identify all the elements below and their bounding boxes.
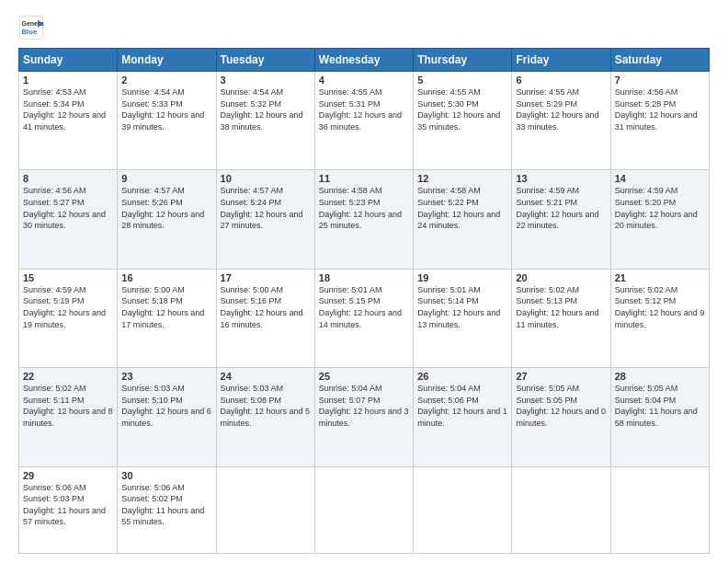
- col-header-saturday: Saturday: [610, 49, 709, 72]
- col-header-wednesday: Wednesday: [314, 49, 413, 72]
- calendar-cell: 30 Sunrise: 5:06 AMSunset: 5:02 PMDaylig…: [118, 466, 216, 554]
- day-number: 7: [615, 75, 705, 86]
- calendar-cell: [610, 466, 709, 554]
- day-number: 26: [417, 371, 507, 382]
- day-number: 2: [121, 75, 211, 86]
- day-number: 4: [319, 75, 409, 86]
- day-number: 23: [121, 371, 211, 382]
- calendar-cell: 17 Sunrise: 5:00 AMSunset: 5:16 PMDaylig…: [216, 269, 314, 367]
- cell-info: Sunrise: 4:59 AMSunset: 5:21 PMDaylight:…: [516, 185, 606, 231]
- calendar-cell: 24 Sunrise: 5:03 AMSunset: 5:08 PMDaylig…: [216, 368, 314, 466]
- cell-info: Sunrise: 4:57 AMSunset: 5:24 PMDaylight:…: [221, 185, 311, 231]
- day-number: 27: [516, 371, 606, 382]
- cell-info: Sunrise: 5:04 AMSunset: 5:07 PMDaylight:…: [319, 383, 409, 429]
- cell-info: Sunrise: 5:02 AMSunset: 5:11 PMDaylight:…: [23, 383, 113, 429]
- logo: General Blue: [18, 15, 44, 40]
- cell-info: Sunrise: 5:00 AMSunset: 5:18 PMDaylight:…: [121, 284, 211, 330]
- day-number: 21: [615, 272, 705, 283]
- day-number: 12: [417, 173, 507, 184]
- calendar-cell: 7 Sunrise: 4:56 AMSunset: 5:28 PMDayligh…: [610, 72, 709, 170]
- cell-info: Sunrise: 4:54 AMSunset: 5:32 PMDaylight:…: [221, 86, 311, 132]
- calendar-cell: 16 Sunrise: 5:00 AMSunset: 5:18 PMDaylig…: [118, 269, 216, 367]
- cell-info: Sunrise: 5:05 AMSunset: 5:04 PMDaylight:…: [615, 383, 705, 429]
- day-number: 29: [23, 470, 113, 481]
- calendar-cell: [216, 466, 314, 554]
- calendar-cell: 20 Sunrise: 5:02 AMSunset: 5:13 PMDaylig…: [512, 269, 610, 367]
- calendar-cell: 27 Sunrise: 5:05 AMSunset: 5:05 PMDaylig…: [512, 368, 610, 466]
- calendar-cell: 26 Sunrise: 5:04 AMSunset: 5:06 PMDaylig…: [414, 368, 512, 466]
- cell-info: Sunrise: 4:55 AMSunset: 5:30 PMDaylight:…: [417, 86, 507, 132]
- calendar-cell: 5 Sunrise: 4:55 AMSunset: 5:30 PMDayligh…: [414, 72, 512, 170]
- cell-info: Sunrise: 4:57 AMSunset: 5:26 PMDaylight:…: [121, 185, 211, 231]
- calendar-cell: 9 Sunrise: 4:57 AMSunset: 5:26 PMDayligh…: [118, 170, 216, 269]
- page: General Blue SundayMondayTuesdayWednesda…: [0, 0, 728, 563]
- cell-info: Sunrise: 4:53 AMSunset: 5:34 PMDaylight:…: [23, 86, 113, 132]
- day-number: 14: [615, 173, 705, 184]
- day-number: 19: [417, 272, 507, 283]
- day-number: 8: [23, 173, 113, 184]
- calendar-cell: 13 Sunrise: 4:59 AMSunset: 5:21 PMDaylig…: [512, 170, 610, 269]
- cell-info: Sunrise: 4:59 AMSunset: 5:19 PMDaylight:…: [23, 284, 113, 330]
- day-number: 5: [417, 75, 507, 86]
- calendar-cell: 29 Sunrise: 5:06 AMSunset: 5:03 PMDaylig…: [19, 466, 118, 554]
- calendar-cell: 11 Sunrise: 4:58 AMSunset: 5:23 PMDaylig…: [314, 170, 413, 269]
- cell-info: Sunrise: 4:55 AMSunset: 5:29 PMDaylight:…: [516, 86, 606, 132]
- cell-info: Sunrise: 4:58 AMSunset: 5:23 PMDaylight:…: [319, 185, 409, 231]
- cell-info: Sunrise: 4:55 AMSunset: 5:31 PMDaylight:…: [319, 86, 409, 132]
- day-number: 15: [23, 272, 113, 283]
- day-number: 1: [23, 75, 113, 86]
- cell-info: Sunrise: 5:06 AMSunset: 5:02 PMDaylight:…: [121, 482, 211, 528]
- day-number: 10: [221, 173, 311, 184]
- header: General Blue: [18, 15, 710, 40]
- calendar-cell: 14 Sunrise: 4:59 AMSunset: 5:20 PMDaylig…: [610, 170, 709, 269]
- cell-info: Sunrise: 5:04 AMSunset: 5:06 PMDaylight:…: [417, 383, 507, 429]
- calendar-cell: 1 Sunrise: 4:53 AMSunset: 5:34 PMDayligh…: [19, 72, 118, 170]
- day-number: 16: [121, 272, 211, 283]
- day-number: 30: [121, 470, 211, 481]
- cell-info: Sunrise: 5:02 AMSunset: 5:12 PMDaylight:…: [615, 284, 705, 330]
- day-number: 9: [121, 173, 211, 184]
- calendar-cell: 6 Sunrise: 4:55 AMSunset: 5:29 PMDayligh…: [512, 72, 610, 170]
- calendar-cell: 25 Sunrise: 5:04 AMSunset: 5:07 PMDaylig…: [314, 368, 413, 466]
- col-header-monday: Monday: [118, 49, 216, 72]
- cell-info: Sunrise: 4:58 AMSunset: 5:22 PMDaylight:…: [417, 185, 507, 231]
- calendar-cell: 18 Sunrise: 5:01 AMSunset: 5:15 PMDaylig…: [314, 269, 413, 367]
- day-number: 25: [319, 371, 409, 382]
- calendar-week-1: 1 Sunrise: 4:53 AMSunset: 5:34 PMDayligh…: [19, 72, 710, 170]
- calendar-cell: 4 Sunrise: 4:55 AMSunset: 5:31 PMDayligh…: [314, 72, 413, 170]
- calendar-cell: 10 Sunrise: 4:57 AMSunset: 5:24 PMDaylig…: [216, 170, 314, 269]
- calendar-cell: 23 Sunrise: 5:03 AMSunset: 5:10 PMDaylig…: [118, 368, 216, 466]
- cell-info: Sunrise: 4:54 AMSunset: 5:33 PMDaylight:…: [121, 86, 211, 132]
- day-number: 22: [23, 371, 113, 382]
- day-number: 17: [221, 272, 311, 283]
- svg-text:Blue: Blue: [22, 28, 38, 36]
- cell-info: Sunrise: 5:01 AMSunset: 5:15 PMDaylight:…: [319, 284, 409, 330]
- calendar-cell: 15 Sunrise: 4:59 AMSunset: 5:19 PMDaylig…: [19, 269, 118, 367]
- cell-info: Sunrise: 5:00 AMSunset: 5:16 PMDaylight:…: [221, 284, 311, 330]
- calendar-cell: 8 Sunrise: 4:56 AMSunset: 5:27 PMDayligh…: [19, 170, 118, 269]
- day-number: 11: [319, 173, 409, 184]
- day-number: 18: [319, 272, 409, 283]
- calendar-cell: 3 Sunrise: 4:54 AMSunset: 5:32 PMDayligh…: [216, 72, 314, 170]
- col-header-thursday: Thursday: [414, 49, 512, 72]
- calendar-cell: 2 Sunrise: 4:54 AMSunset: 5:33 PMDayligh…: [118, 72, 216, 170]
- calendar-week-2: 8 Sunrise: 4:56 AMSunset: 5:27 PMDayligh…: [19, 170, 710, 269]
- calendar-cell: 22 Sunrise: 5:02 AMSunset: 5:11 PMDaylig…: [19, 368, 118, 466]
- cell-info: Sunrise: 5:01 AMSunset: 5:14 PMDaylight:…: [417, 284, 507, 330]
- cell-info: Sunrise: 4:56 AMSunset: 5:27 PMDaylight:…: [23, 185, 113, 231]
- day-number: 28: [615, 371, 705, 382]
- calendar-week-3: 15 Sunrise: 4:59 AMSunset: 5:19 PMDaylig…: [19, 269, 710, 367]
- calendar-cell: 12 Sunrise: 4:58 AMSunset: 5:22 PMDaylig…: [414, 170, 512, 269]
- day-number: 24: [221, 371, 311, 382]
- calendar-cell: [414, 466, 512, 554]
- cell-info: Sunrise: 5:02 AMSunset: 5:13 PMDaylight:…: [516, 284, 606, 330]
- logo-icon: General Blue: [18, 15, 44, 40]
- calendar-week-5: 29 Sunrise: 5:06 AMSunset: 5:03 PMDaylig…: [19, 466, 710, 554]
- cell-info: Sunrise: 5:03 AMSunset: 5:08 PMDaylight:…: [221, 383, 311, 429]
- cell-info: Sunrise: 4:59 AMSunset: 5:20 PMDaylight:…: [615, 185, 705, 231]
- day-number: 13: [516, 173, 606, 184]
- cell-info: Sunrise: 4:56 AMSunset: 5:28 PMDaylight:…: [615, 86, 705, 132]
- calendar-header-row: SundayMondayTuesdayWednesdayThursdayFrid…: [19, 49, 710, 72]
- calendar-cell: [314, 466, 413, 554]
- cell-info: Sunrise: 5:06 AMSunset: 5:03 PMDaylight:…: [23, 482, 113, 528]
